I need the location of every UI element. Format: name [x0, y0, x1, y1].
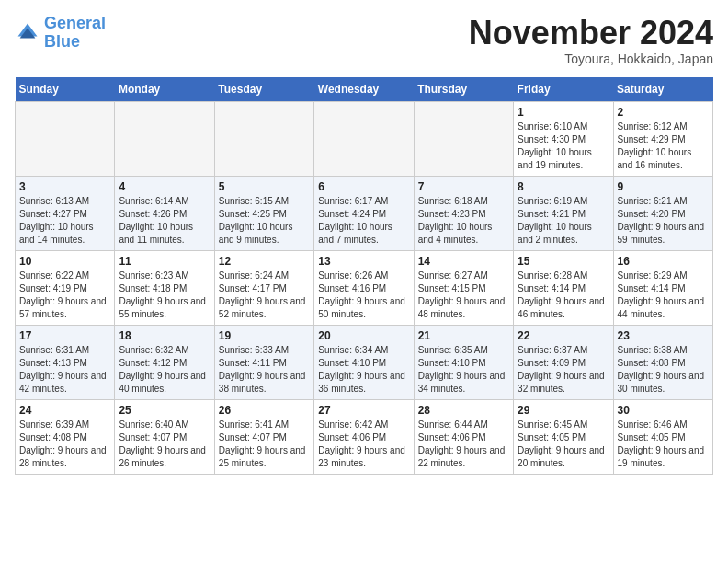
calendar-day-cell: 28Sunrise: 6:44 AM Sunset: 4:06 PM Dayli…: [414, 399, 513, 474]
calendar-day-cell: [16, 101, 115, 176]
calendar-day-cell: 30Sunrise: 6:46 AM Sunset: 4:05 PM Dayli…: [613, 399, 712, 474]
day-info: Sunrise: 6:31 AM Sunset: 4:13 PM Dayligh…: [19, 344, 110, 396]
day-number: 3: [19, 180, 110, 193]
day-info: Sunrise: 6:45 AM Sunset: 4:05 PM Dayligh…: [518, 419, 609, 470]
day-info: Sunrise: 6:17 AM Sunset: 4:24 PM Dayligh…: [318, 195, 409, 247]
calendar-day-cell: 19Sunrise: 6:33 AM Sunset: 4:11 PM Dayli…: [214, 325, 313, 399]
day-number: 29: [518, 404, 609, 417]
calendar-day-cell: 25Sunrise: 6:40 AM Sunset: 4:07 PM Dayli…: [115, 399, 214, 474]
day-info: Sunrise: 6:23 AM Sunset: 4:18 PM Dayligh…: [119, 270, 210, 321]
logo-line2: Blue: [44, 32, 80, 51]
day-info: Sunrise: 6:10 AM Sunset: 4:30 PM Dayligh…: [518, 121, 609, 172]
day-number: 9: [618, 180, 709, 193]
day-number: 24: [19, 404, 110, 417]
logo-text: General Blue: [44, 15, 106, 52]
month-title: November 2024: [469, 15, 713, 52]
day-info: Sunrise: 6:34 AM Sunset: 4:10 PM Dayligh…: [318, 344, 409, 396]
calendar-day-cell: [414, 101, 513, 176]
day-number: 6: [318, 180, 409, 193]
weekday-header-row: SundayMondayTuesdayWednesdayThursdayFrid…: [16, 77, 713, 102]
day-info: Sunrise: 6:27 AM Sunset: 4:15 PM Dayligh…: [418, 270, 509, 321]
calendar-day-cell: 7Sunrise: 6:18 AM Sunset: 4:23 PM Daylig…: [414, 176, 513, 250]
day-info: Sunrise: 6:28 AM Sunset: 4:14 PM Dayligh…: [518, 270, 609, 321]
calendar-day-cell: 27Sunrise: 6:42 AM Sunset: 4:06 PM Dayli…: [314, 399, 414, 474]
calendar-body: 1Sunrise: 6:10 AM Sunset: 4:30 PM Daylig…: [16, 101, 713, 474]
calendar-day-cell: 10Sunrise: 6:22 AM Sunset: 4:19 PM Dayli…: [16, 250, 115, 325]
weekday-header-cell: Friday: [514, 77, 613, 102]
day-number: 7: [418, 180, 509, 193]
day-number: 22: [518, 329, 609, 342]
weekday-header-cell: Saturday: [613, 77, 712, 102]
weekday-header-cell: Sunday: [16, 77, 115, 102]
day-info: Sunrise: 6:33 AM Sunset: 4:11 PM Dayligh…: [219, 344, 310, 396]
calendar-day-cell: 11Sunrise: 6:23 AM Sunset: 4:18 PM Dayli…: [115, 250, 214, 325]
title-section: November 2024 Toyoura, Hokkaido, Japan: [469, 15, 713, 66]
day-number: 16: [618, 255, 709, 268]
day-info: Sunrise: 6:12 AM Sunset: 4:29 PM Dayligh…: [618, 121, 709, 172]
day-number: 27: [318, 404, 409, 417]
calendar-day-cell: 20Sunrise: 6:34 AM Sunset: 4:10 PM Dayli…: [314, 325, 414, 399]
weekday-header-cell: Thursday: [414, 77, 513, 102]
day-number: 14: [418, 255, 509, 268]
day-number: 17: [19, 329, 110, 342]
calendar-day-cell: 23Sunrise: 6:38 AM Sunset: 4:08 PM Dayli…: [613, 325, 712, 399]
calendar-day-cell: 9Sunrise: 6:21 AM Sunset: 4:20 PM Daylig…: [613, 176, 712, 250]
calendar-day-cell: 22Sunrise: 6:37 AM Sunset: 4:09 PM Dayli…: [514, 325, 613, 399]
day-number: 15: [518, 255, 609, 268]
logo-line1: General: [44, 14, 106, 32]
day-info: Sunrise: 6:21 AM Sunset: 4:20 PM Dayligh…: [618, 195, 709, 247]
day-number: 1: [518, 106, 609, 119]
day-number: 5: [219, 180, 310, 193]
calendar-day-cell: 8Sunrise: 6:19 AM Sunset: 4:21 PM Daylig…: [514, 176, 613, 250]
day-info: Sunrise: 6:35 AM Sunset: 4:10 PM Dayligh…: [418, 344, 509, 396]
day-number: 26: [219, 404, 310, 417]
weekday-header-cell: Tuesday: [214, 77, 313, 102]
calendar-day-cell: 29Sunrise: 6:45 AM Sunset: 4:05 PM Dayli…: [514, 399, 613, 474]
calendar-day-cell: 2Sunrise: 6:12 AM Sunset: 4:29 PM Daylig…: [613, 101, 712, 176]
day-info: Sunrise: 6:22 AM Sunset: 4:19 PM Dayligh…: [19, 270, 110, 321]
day-info: Sunrise: 6:44 AM Sunset: 4:06 PM Dayligh…: [418, 419, 509, 470]
day-number: 2: [618, 106, 709, 119]
calendar-day-cell: 24Sunrise: 6:39 AM Sunset: 4:08 PM Dayli…: [16, 399, 115, 474]
calendar-day-cell: 4Sunrise: 6:14 AM Sunset: 4:26 PM Daylig…: [115, 176, 214, 250]
day-number: 12: [219, 255, 310, 268]
day-number: 23: [618, 329, 709, 342]
day-info: Sunrise: 6:40 AM Sunset: 4:07 PM Dayligh…: [119, 419, 210, 470]
calendar-day-cell: 3Sunrise: 6:13 AM Sunset: 4:27 PM Daylig…: [16, 176, 115, 250]
calendar-day-cell: 13Sunrise: 6:26 AM Sunset: 4:16 PM Dayli…: [314, 250, 414, 325]
day-info: Sunrise: 6:14 AM Sunset: 4:26 PM Dayligh…: [119, 195, 210, 247]
weekday-header-cell: Wednesday: [314, 77, 414, 102]
day-info: Sunrise: 6:26 AM Sunset: 4:16 PM Dayligh…: [318, 270, 409, 321]
day-number: 25: [119, 404, 210, 417]
day-number: 13: [318, 255, 409, 268]
calendar-day-cell: 21Sunrise: 6:35 AM Sunset: 4:10 PM Dayli…: [414, 325, 513, 399]
calendar-day-cell: 1Sunrise: 6:10 AM Sunset: 4:30 PM Daylig…: [514, 101, 613, 176]
day-info: Sunrise: 6:19 AM Sunset: 4:21 PM Dayligh…: [518, 195, 609, 247]
calendar-week-row: 24Sunrise: 6:39 AM Sunset: 4:08 PM Dayli…: [16, 399, 713, 474]
day-number: 30: [618, 404, 709, 417]
day-info: Sunrise: 6:38 AM Sunset: 4:08 PM Dayligh…: [618, 344, 709, 396]
day-info: Sunrise: 6:46 AM Sunset: 4:05 PM Dayligh…: [618, 419, 709, 470]
day-number: 28: [418, 404, 509, 417]
day-info: Sunrise: 6:29 AM Sunset: 4:14 PM Dayligh…: [618, 270, 709, 321]
day-info: Sunrise: 6:42 AM Sunset: 4:06 PM Dayligh…: [318, 419, 409, 470]
calendar-table: SundayMondayTuesdayWednesdayThursdayFrid…: [15, 77, 713, 475]
calendar-day-cell: 14Sunrise: 6:27 AM Sunset: 4:15 PM Dayli…: [414, 250, 513, 325]
calendar-week-row: 3Sunrise: 6:13 AM Sunset: 4:27 PM Daylig…: [16, 176, 713, 250]
location-subtitle: Toyoura, Hokkaido, Japan: [469, 52, 713, 66]
day-info: Sunrise: 6:18 AM Sunset: 4:23 PM Dayligh…: [418, 195, 509, 247]
calendar-day-cell: 6Sunrise: 6:17 AM Sunset: 4:24 PM Daylig…: [314, 176, 414, 250]
day-number: 11: [119, 255, 210, 268]
calendar-day-cell: 18Sunrise: 6:32 AM Sunset: 4:12 PM Dayli…: [115, 325, 214, 399]
day-info: Sunrise: 6:13 AM Sunset: 4:27 PM Dayligh…: [19, 195, 110, 247]
calendar-day-cell: 16Sunrise: 6:29 AM Sunset: 4:14 PM Dayli…: [613, 250, 712, 325]
day-number: 4: [119, 180, 210, 193]
calendar-week-row: 1Sunrise: 6:10 AM Sunset: 4:30 PM Daylig…: [16, 101, 713, 176]
day-number: 8: [518, 180, 609, 193]
day-info: Sunrise: 6:24 AM Sunset: 4:17 PM Dayligh…: [219, 270, 310, 321]
day-info: Sunrise: 6:15 AM Sunset: 4:25 PM Dayligh…: [219, 195, 310, 247]
logo-icon: [15, 20, 40, 46]
calendar-day-cell: [314, 101, 414, 176]
calendar-day-cell: [214, 101, 313, 176]
calendar-week-row: 10Sunrise: 6:22 AM Sunset: 4:19 PM Dayli…: [16, 250, 713, 325]
